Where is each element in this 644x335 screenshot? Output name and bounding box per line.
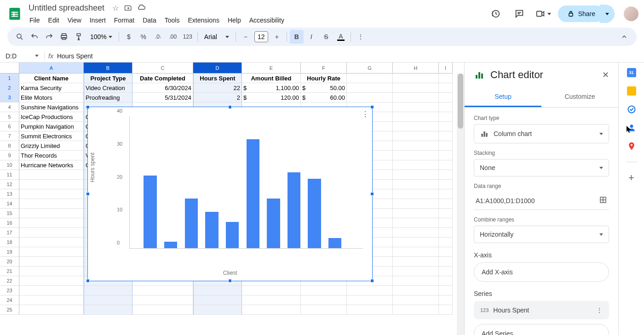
strikethrough-button[interactable]: S (319, 30, 333, 44)
paint-format-icon[interactable] (72, 30, 86, 44)
cell[interactable] (439, 247, 453, 257)
cell[interactable] (393, 102, 439, 112)
stacking-select[interactable]: None (474, 159, 609, 176)
cell[interactable] (393, 189, 439, 199)
cell[interactable] (84, 286, 132, 295)
cell[interactable] (301, 286, 347, 295)
menu-edit[interactable]: Edit (45, 15, 63, 26)
move-icon[interactable] (124, 3, 133, 12)
currency-icon[interactable]: $ (122, 30, 136, 44)
row-header[interactable]: 5 (0, 112, 19, 122)
cell[interactable] (393, 238, 439, 247)
cell[interactable] (393, 180, 439, 189)
cell[interactable] (393, 141, 439, 151)
cell[interactable] (19, 305, 84, 315)
cell[interactable] (393, 295, 439, 305)
decrease-font-icon[interactable]: − (239, 30, 253, 44)
cell[interactable] (439, 295, 453, 305)
bar[interactable] (185, 199, 198, 248)
tab-customize[interactable]: Customize (541, 87, 618, 107)
row-header[interactable]: 16 (0, 218, 19, 228)
resize-handle[interactable] (370, 105, 374, 109)
cell[interactable] (439, 305, 453, 315)
text-color-button[interactable]: A (334, 30, 348, 44)
cell[interactable]: Client Name (19, 74, 84, 83)
cell[interactable] (393, 286, 439, 295)
menu-view[interactable]: View (64, 15, 85, 26)
cell[interactable] (393, 112, 439, 122)
cell[interactable] (19, 218, 84, 228)
row-header[interactable]: 19 (0, 247, 19, 257)
cell[interactable] (347, 295, 393, 305)
row-header[interactable]: 18 (0, 238, 19, 247)
cell[interactable] (393, 218, 439, 228)
cell[interactable]: Grizzly Limited (19, 141, 84, 151)
cell[interactable] (193, 295, 242, 305)
cell[interactable]: Proofreading (84, 93, 132, 102)
cell[interactable] (393, 305, 439, 315)
cell[interactable] (393, 122, 439, 131)
menu-data[interactable]: Data (139, 15, 160, 26)
cell[interactable] (439, 276, 453, 286)
more-toolbar-icon[interactable]: ⋮ (354, 30, 368, 44)
cell[interactable] (393, 257, 439, 267)
bar[interactable] (226, 222, 239, 248)
cell[interactable]: Date Completed (132, 74, 193, 83)
cell[interactable] (19, 189, 84, 199)
cell[interactable] (19, 257, 84, 267)
resize-handle[interactable] (86, 105, 90, 109)
maps-icon[interactable] (627, 142, 636, 151)
cell[interactable] (393, 93, 439, 102)
cell[interactable] (19, 180, 84, 189)
cell[interactable] (393, 170, 439, 180)
keep-icon[interactable] (627, 86, 636, 96)
chart-type-select[interactable]: Column chart (474, 124, 609, 143)
cell[interactable] (393, 267, 439, 276)
increase-font-icon[interactable]: + (270, 30, 284, 44)
cell[interactable] (301, 295, 347, 305)
cell[interactable] (19, 267, 84, 276)
resize-handle[interactable] (370, 192, 374, 196)
cell[interactable] (393, 131, 439, 141)
cell[interactable] (132, 286, 193, 295)
menu-accessibility[interactable]: Accessibility (246, 15, 288, 26)
cell[interactable]: Video Creation (84, 83, 132, 93)
cell[interactable] (439, 218, 453, 228)
cell[interactable] (393, 209, 439, 218)
cell[interactable]: $1,100.00 (242, 83, 301, 93)
bar[interactable] (164, 242, 177, 248)
cell[interactable] (347, 93, 393, 102)
cell[interactable]: Thor Records (19, 151, 84, 160)
cell[interactable]: 2 (193, 93, 242, 102)
cell[interactable]: Sunshine Navigations (19, 102, 84, 112)
cell[interactable] (439, 199, 453, 209)
italic-button[interactable]: I (305, 30, 318, 44)
bar[interactable] (205, 212, 218, 248)
account-avatar[interactable] (624, 6, 638, 21)
add-series-button[interactable]: Add Series (474, 324, 609, 335)
cell[interactable] (439, 209, 453, 218)
cell[interactable]: Project Type (84, 74, 132, 83)
cell[interactable]: Pumpkin Navigation (19, 122, 84, 131)
cell[interactable] (393, 247, 439, 257)
resize-handle[interactable] (86, 192, 90, 196)
cell[interactable] (439, 286, 453, 295)
cloud-status-icon[interactable] (137, 3, 146, 12)
sheets-logo[interactable] (6, 5, 24, 23)
row-header[interactable]: 24 (0, 295, 19, 305)
row-header[interactable]: 21 (0, 267, 19, 276)
cell[interactable] (19, 209, 84, 218)
bar[interactable] (308, 179, 321, 248)
vertical-scrollbar[interactable] (457, 74, 464, 335)
cell[interactable] (439, 160, 453, 170)
comments-icon[interactable] (510, 5, 529, 23)
cell[interactable]: Hourly Rate (301, 74, 347, 83)
name-box[interactable]: D:D (4, 51, 40, 61)
col-header-A[interactable]: A (19, 62, 84, 74)
cell[interactable] (439, 122, 453, 131)
cell[interactable]: 22 (193, 83, 242, 93)
cell[interactable] (19, 247, 84, 257)
row-header[interactable]: 4 (0, 102, 19, 112)
row-header[interactable]: 3 (0, 93, 19, 102)
data-range-input[interactable]: A1:A1000,D1:D1000 (476, 197, 595, 204)
